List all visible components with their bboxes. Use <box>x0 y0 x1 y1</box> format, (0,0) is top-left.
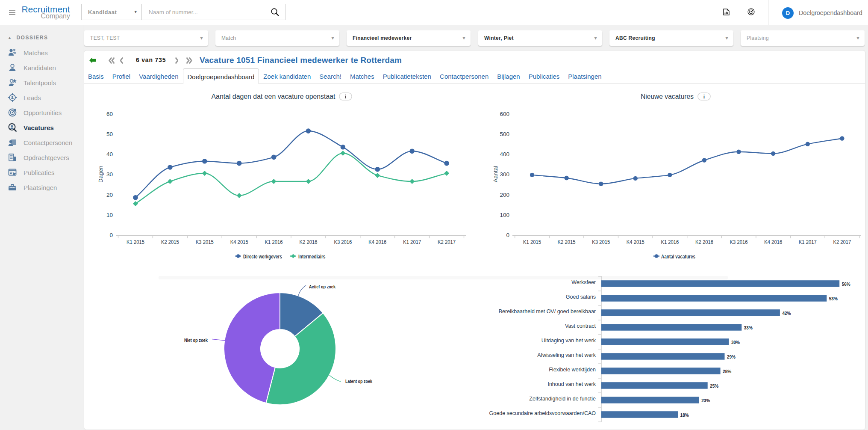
svg-text:Directe werkgevers: Directe werkgevers <box>243 254 282 260</box>
svg-text:30: 30 <box>106 171 113 178</box>
svg-text:50: 50 <box>106 131 113 137</box>
svg-text:Actief op zoek: Actief op zoek <box>309 284 336 289</box>
svg-text:K2 2015: K2 2015 <box>161 239 179 245</box>
svg-text:0: 0 <box>109 232 113 238</box>
svg-text:K1 2016: K1 2016 <box>661 239 679 245</box>
svg-text:Zelfstandigheid in de functie: Zelfstandigheid in de functie <box>529 396 596 402</box>
svg-text:Goed salaris: Goed salaris <box>566 294 596 300</box>
svg-text:K1 2015: K1 2015 <box>127 239 144 245</box>
svg-text:Uitdaging van het werk: Uitdaging van het werk <box>541 338 596 344</box>
svg-text:Intermediairs: Intermediairs <box>298 254 326 260</box>
svg-text:Latent op zoek: Latent op zoek <box>345 379 373 384</box>
svg-text:K4 2016: K4 2016 <box>368 239 386 245</box>
svg-text:10: 10 <box>106 212 113 218</box>
svg-text:Werksfeer: Werksfeer <box>571 279 596 285</box>
svg-text:K1 2017: K1 2017 <box>799 239 817 245</box>
svg-text:Aantal dagen dat een vacature: Aantal dagen dat een vacature openstaat <box>212 92 335 100</box>
svg-text:K4 2015: K4 2015 <box>627 239 644 245</box>
svg-text:K2 2016: K2 2016 <box>300 239 318 245</box>
svg-text:20: 20 <box>106 192 113 198</box>
svg-text:Niet op zoek: Niet op zoek <box>184 338 208 343</box>
svg-text:Bereikbaarheid met OV/ goed be: Bereikbaarheid met OV/ goed bereikbaar <box>499 308 596 314</box>
svg-text:K3 2015: K3 2015 <box>196 239 214 245</box>
svg-text:300: 300 <box>500 171 509 178</box>
svg-text:600: 600 <box>500 111 509 117</box>
svg-text:Flexibele werktijden: Flexibele werktijden <box>549 367 596 373</box>
svg-text:K3 2016: K3 2016 <box>334 239 352 245</box>
svg-text:K2 2017: K2 2017 <box>833 239 851 245</box>
svg-text:56%: 56% <box>842 282 850 287</box>
svg-text:Inhoud van het werk: Inhoud van het werk <box>547 381 596 387</box>
svg-text:60: 60 <box>106 111 113 117</box>
svg-text:Afwisseling van het werk: Afwisseling van het werk <box>537 352 596 358</box>
svg-text:18%: 18% <box>680 413 689 418</box>
svg-text:K2 2016: K2 2016 <box>695 239 713 245</box>
svg-text:23%: 23% <box>701 398 710 403</box>
svg-text:K4 2015: K4 2015 <box>230 239 248 245</box>
svg-text:30%: 30% <box>731 340 740 345</box>
svg-text:Aantal: Aantal <box>492 166 499 182</box>
svg-text:Goede secundaire arbeidsvoorwa: Goede secundaire arbeidsvoorwaarden/CAO <box>489 410 596 416</box>
svg-text:100: 100 <box>500 212 509 218</box>
svg-text:K3 2016: K3 2016 <box>730 239 748 245</box>
svg-text:Aantal vacatures: Aantal vacatures <box>661 254 695 260</box>
svg-text:28%: 28% <box>723 369 731 374</box>
svg-text:K2 2017: K2 2017 <box>438 239 456 245</box>
svg-text:200: 200 <box>500 192 509 198</box>
svg-text:25%: 25% <box>710 384 718 388</box>
svg-text:53%: 53% <box>829 297 838 301</box>
svg-text:40: 40 <box>106 151 113 157</box>
svg-text:K1 2016: K1 2016 <box>265 239 283 245</box>
svg-text:K2 2015: K2 2015 <box>558 239 576 245</box>
svg-text:500: 500 <box>500 131 509 137</box>
svg-text:Dagen: Dagen <box>97 166 104 183</box>
svg-text:Vast contract: Vast contract <box>565 323 596 329</box>
svg-text:K4 2016: K4 2016 <box>764 239 782 245</box>
svg-text:29%: 29% <box>727 355 736 359</box>
svg-text:42%: 42% <box>782 311 791 316</box>
svg-text:K3 2015: K3 2015 <box>592 239 610 245</box>
svg-text:33%: 33% <box>744 326 753 330</box>
svg-text:Nieuwe vacatures: Nieuwe vacatures <box>641 92 694 100</box>
svg-text:K1 2017: K1 2017 <box>403 239 421 245</box>
svg-text:0: 0 <box>506 232 509 238</box>
svg-text:K1 2015: K1 2015 <box>523 239 541 245</box>
svg-text:400: 400 <box>500 151 509 157</box>
